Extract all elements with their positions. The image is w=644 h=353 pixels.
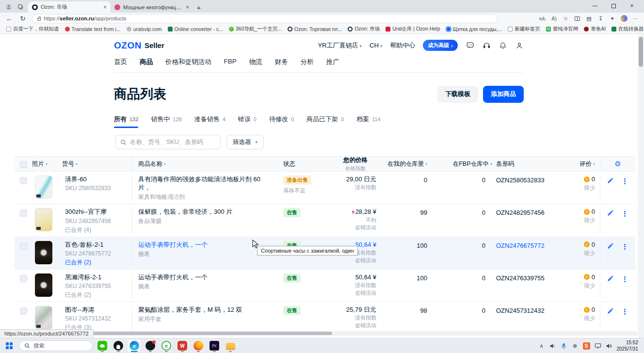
chat-icon[interactable] <box>466 41 474 50</box>
account-icon[interactable] <box>515 41 524 50</box>
bookmark-item[interactable]: Online converter - c... <box>165 26 225 32</box>
support-headset-icon[interactable] <box>482 41 491 50</box>
firefox-taskbar-icon[interactable] <box>192 339 205 352</box>
seller-nav-推广[interactable]: 推广 <box>326 58 339 66</box>
merged-label[interactable]: 已合并 (2) <box>65 259 129 266</box>
edge-taskbar-icon[interactable]: e <box>128 339 141 352</box>
settings-menu-icon[interactable]: ⋯ <box>632 15 639 22</box>
bookmark-item[interactable]: Translate text from i... <box>63 26 123 32</box>
col-name[interactable]: 商品名称▾ <box>132 157 276 171</box>
col-photo[interactable]: 照片▾ <box>32 160 62 168</box>
table-row[interactable]: 图岑--寿涛SKU 2457312432已合并 (3)聚氨酯涂层，家务手套，M … <box>15 302 635 335</box>
status-tab-商品已下架[interactable]: 商品已下架0 <box>306 115 344 128</box>
col-fbp[interactable]: 在FBP仓库中▾ <box>434 160 492 168</box>
browser-tab-inactive[interactable]: Мощные многофункциональнь × <box>111 1 193 13</box>
edit-pencil-icon[interactable] <box>607 308 613 316</box>
v-scroll-thumb[interactable] <box>639 37 643 67</box>
edit-pencil-icon[interactable] <box>607 243 613 251</box>
seller-nav-财务[interactable]: 财务 <box>275 58 288 66</box>
product-name-link[interactable]: 保鲜膜，包装，非常经济，300 片 <box>138 208 274 216</box>
product-photo[interactable] <box>32 176 62 199</box>
tray-chevron-up-icon[interactable]: ∧ <box>538 343 545 349</box>
bookmark-item[interactable]: 章鱼AI <box>581 25 608 33</box>
col-stock[interactable]: 在我的仓库里▾ <box>383 160 434 168</box>
refresh-icon[interactable]: ↻ <box>18 15 27 22</box>
address-bar[interactable]: https://seller.ozon.ru/app/products <box>32 14 498 23</box>
speaker-icon[interactable] <box>549 343 556 349</box>
row-checkbox[interactable] <box>15 208 32 217</box>
product-photo[interactable] <box>32 273 62 297</box>
col-artikul[interactable]: 货号▾ <box>62 160 132 168</box>
split-screen-icon[interactable] <box>574 15 581 22</box>
bookmark-item[interactable]: 360导航_一个主页... <box>226 25 284 33</box>
status-tab-档案[interactable]: 档案114 <box>356 115 381 128</box>
bookmark-item[interactable]: Щетка для посуды,... <box>444 26 505 32</box>
seller-nav-分析[interactable]: 分析 <box>301 58 314 66</box>
taskbar-clock[interactable]: 15:52 2025/7/31 <box>617 339 642 352</box>
table-settings-gear-icon[interactable]: ⚙ <box>600 157 635 171</box>
premiere-taskbar-icon[interactable]: Pr <box>208 339 221 352</box>
barcode-value[interactable]: OZN2476675772 <box>496 242 545 249</box>
select-all-checkbox[interactable] <box>15 160 32 168</box>
translate-icon[interactable]: aあ <box>539 15 546 22</box>
status-tab-准备销售[interactable]: 准备销售4 <box>194 115 225 128</box>
status-tab-销售中[interactable]: 销售中128 <box>151 115 181 128</box>
col-rating[interactable]: 评价▾ <box>563 160 600 168</box>
seller-nav-物流[interactable]: 物流 <box>249 58 262 66</box>
read-aloud-icon[interactable]: A) <box>550 15 558 22</box>
kebab-menu-icon[interactable]: ⋮ <box>621 275 628 283</box>
vertical-scrollbar[interactable] <box>638 34 644 338</box>
edit-pencil-icon[interactable] <box>607 275 613 283</box>
table-row[interactable]: 黑濑湾标-2-1SKU 2476339755已合并 (2)运动手表带打火机，一个… <box>15 270 635 302</box>
product-name-link[interactable]: 聚氨酯涂层，家务手套，M 码，12 双 <box>138 306 274 314</box>
remote-crosshair-icon[interactable]: ⊕ <box>572 343 579 349</box>
wps-taskbar-icon[interactable]: W <box>176 339 189 352</box>
bookmark-item[interactable]: 百度一下，你就知道 <box>4 25 62 33</box>
wechat-taskbar-icon[interactable] <box>96 339 109 352</box>
taskbar-search[interactable]: 搜索 <box>19 340 93 351</box>
product-name-link[interactable]: 具有消毒作用的强效多功能清洁地板片剂 60 片， <box>138 176 274 192</box>
downloads-icon[interactable]: ↧ <box>597 15 604 22</box>
store-selector[interactable]: YR工厂直销店▾ <box>318 41 362 50</box>
sogou-input-icon[interactable]: S <box>583 342 590 350</box>
bookmark-item[interactable]: Ozon: Торговая пл... <box>285 26 344 32</box>
bookmark-item[interactable]: 在线转换器 - 免费... <box>609 25 644 33</box>
bookmark-item[interactable]: Ural企库 | Ozon Help <box>383 25 442 33</box>
seller-nav-商品[interactable]: 商品 <box>140 58 153 66</box>
status-tab-错误[interactable]: 错误0 <box>238 115 257 128</box>
row-checkbox[interactable] <box>15 306 32 315</box>
price-value[interactable]: 50,64 ¥ <box>355 241 376 249</box>
product-photo[interactable] <box>32 241 62 264</box>
notifications-bell-icon[interactable] <box>499 41 507 50</box>
cast-display-icon[interactable] <box>595 343 601 349</box>
close-button[interactable]: × <box>623 0 641 12</box>
row-checkbox[interactable] <box>15 241 32 250</box>
premium-button[interactable]: 成为高级› <box>423 40 458 51</box>
bookmark-item[interactable]: uralsvip.com <box>124 26 164 32</box>
status-tab-所有[interactable]: 所有132 <box>114 115 138 128</box>
tab-close-icon[interactable]: × <box>186 4 189 11</box>
back-icon[interactable]: ← <box>5 15 14 22</box>
kebab-menu-icon[interactable]: ⋮ <box>621 210 628 217</box>
explorer-taskbar-icon[interactable] <box>224 339 237 352</box>
kebab-menu-icon[interactable]: ⋮ <box>621 243 628 250</box>
workspaces-icon[interactable] <box>16 3 24 11</box>
collections-icon[interactable]: ▤ <box>585 15 593 22</box>
horizontal-scrollbar[interactable] <box>0 331 637 336</box>
microphone-icon[interactable] <box>561 343 567 349</box>
help-center-link[interactable]: 帮助中心 <box>390 41 415 50</box>
bookmark-item[interactable]: 纯爱纯净官网 <box>544 25 581 33</box>
status-tab-待修改[interactable]: 待修改0 <box>269 115 294 128</box>
browser-avatar-icon[interactable] <box>620 15 628 22</box>
seller-nav-首页[interactable]: 首页 <box>114 58 127 66</box>
favorite-star-icon[interactable]: ☆ <box>562 15 569 22</box>
product-name-link[interactable]: 运动手表带打火机，一个 <box>138 273 274 282</box>
minimize-button[interactable] <box>586 0 604 12</box>
kebab-menu-icon[interactable]: ⋮ <box>621 308 628 315</box>
tab-close-icon[interactable]: × <box>103 4 107 11</box>
restore-button[interactable] <box>604 0 623 12</box>
capcut-taskbar-icon[interactable] <box>144 339 157 352</box>
row-checkbox[interactable] <box>15 176 32 184</box>
volume-icon[interactable] <box>606 343 612 349</box>
download-template-button[interactable]: 下载模板 <box>437 86 478 103</box>
